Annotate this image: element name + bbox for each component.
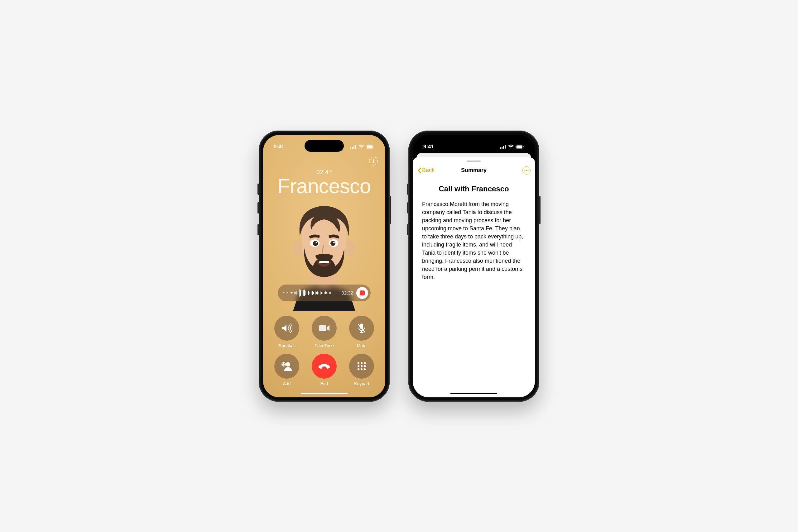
waveform-icon <box>283 289 338 297</box>
note-body: Francesco Moretti from the moving compan… <box>422 200 526 281</box>
svg-point-28 <box>364 362 366 364</box>
screen-call: 9:41 i 02:47 Francesco <box>263 135 385 397</box>
sheet-grabber[interactable] <box>467 160 481 162</box>
add-label: Add <box>273 381 301 386</box>
svg-point-13 <box>330 241 336 246</box>
svg-point-22 <box>286 362 290 366</box>
add-person-icon <box>281 361 292 371</box>
home-indicator[interactable] <box>451 393 497 394</box>
svg-rect-16 <box>319 261 329 263</box>
cellular-icon <box>500 145 506 149</box>
speaker-button[interactable] <box>274 316 299 341</box>
mute-button[interactable] <box>349 316 374 341</box>
info-button[interactable]: i <box>369 157 378 166</box>
svg-point-42 <box>524 170 525 171</box>
mute-label: Mute <box>347 343 376 348</box>
status-time: 9:41 <box>423 144 434 150</box>
svg-point-33 <box>361 368 363 370</box>
iphone-frame-right: 9:41 Back Summary Call with Fra <box>408 131 539 402</box>
back-button[interactable]: Back <box>417 167 435 174</box>
keypad-button[interactable] <box>349 354 374 379</box>
more-button[interactable] <box>522 167 531 174</box>
ellipsis-icon <box>524 170 529 171</box>
call-controls: Speaker FaceTime <box>263 316 385 386</box>
status-icons <box>350 145 375 149</box>
screen-notes: 9:41 Back Summary Call with Fra <box>413 135 535 397</box>
end-call-icon <box>318 363 330 369</box>
sheet-title: Summary <box>461 167 487 174</box>
wifi-icon <box>359 145 364 149</box>
note-content: Call with Francesco Francesco Moretti fr… <box>413 176 535 289</box>
svg-rect-20 <box>360 332 363 333</box>
svg-rect-5 <box>367 146 373 148</box>
svg-point-27 <box>361 362 363 364</box>
svg-point-30 <box>361 365 363 367</box>
home-indicator[interactable] <box>301 393 347 394</box>
facetime-icon <box>318 324 330 332</box>
svg-point-29 <box>358 365 359 367</box>
recording-indicator[interactable]: 02:32 <box>278 285 370 301</box>
facetime-label: FaceTime <box>310 343 338 348</box>
note-title: Call with Francesco <box>422 185 526 193</box>
svg-point-31 <box>364 365 366 367</box>
svg-point-34 <box>364 368 366 370</box>
battery-icon <box>516 145 524 149</box>
end-call-button[interactable] <box>312 354 337 379</box>
iphone-frame-left: 9:41 i 02:47 Francesco <box>259 131 390 402</box>
svg-point-26 <box>358 362 359 364</box>
status-icons <box>500 145 524 149</box>
svg-rect-38 <box>505 145 506 149</box>
dynamic-island <box>454 140 493 152</box>
svg-rect-41 <box>524 146 524 147</box>
svg-rect-36 <box>501 147 502 149</box>
cellular-icon <box>350 145 357 149</box>
add-call-button[interactable] <box>274 354 299 379</box>
mute-icon <box>357 323 366 334</box>
svg-rect-17 <box>319 325 326 331</box>
svg-point-32 <box>358 368 359 370</box>
svg-point-14 <box>316 242 317 243</box>
wifi-icon <box>508 145 514 149</box>
dynamic-island <box>305 140 344 152</box>
svg-rect-35 <box>500 147 501 149</box>
end-label: End <box>310 381 338 386</box>
chevron-left-icon <box>417 167 421 174</box>
svg-rect-2 <box>354 146 355 149</box>
contact-name: Francesco <box>263 174 385 198</box>
info-icon: i <box>373 159 374 164</box>
svg-point-15 <box>333 242 335 243</box>
speaker-icon <box>281 323 292 333</box>
stop-record-button[interactable] <box>356 287 368 299</box>
svg-point-44 <box>528 170 528 171</box>
keypad-label: Keypad <box>347 381 376 386</box>
svg-rect-0 <box>350 147 351 149</box>
speaker-label: Speaker <box>273 343 301 348</box>
svg-point-43 <box>526 170 527 171</box>
svg-rect-37 <box>503 146 504 149</box>
back-label: Back <box>422 167 435 174</box>
sheet-header: Back Summary <box>413 165 535 176</box>
status-time: 9:41 <box>274 144 284 150</box>
battery-icon <box>366 145 375 149</box>
svg-rect-1 <box>352 147 353 149</box>
svg-rect-3 <box>355 145 356 149</box>
summary-sheet: Back Summary Call with Francesco Frances… <box>413 157 535 397</box>
recording-duration: 02:32 <box>341 290 353 296</box>
svg-rect-40 <box>516 146 522 148</box>
facetime-button[interactable] <box>312 316 337 341</box>
keypad-icon <box>357 362 366 371</box>
svg-point-12 <box>313 241 318 246</box>
svg-rect-6 <box>374 146 374 147</box>
